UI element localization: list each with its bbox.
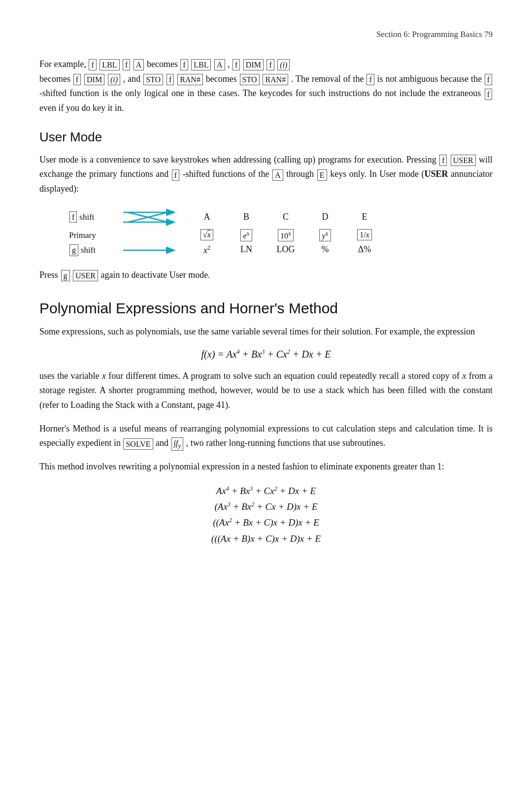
poly-para3c-text: , two rather long-running functions that… [186, 438, 385, 448]
key-f4: f [233, 59, 240, 70]
nested-math: Ax4 + Bx3 + Cx2 + Dx + E (Ax3 + Bx2 + Cx… [39, 483, 493, 547]
key-sqrt: √x [187, 229, 227, 242]
key-e1: E [317, 169, 327, 181]
g-ln: LN [227, 244, 266, 256]
key-f1: f [89, 59, 96, 70]
user-mode-para: User mode is a convenience to save keyst… [39, 153, 493, 197]
diagram-cols-f: A B C D E [187, 212, 384, 222]
becomes-1: becomes [147, 59, 180, 69]
um-text3: -shifted functions of the [183, 169, 269, 179]
key-a2: A [214, 59, 225, 70]
key-intfy: ∫fy [171, 437, 184, 451]
key-g-diag: g [69, 244, 78, 256]
key-f-shifted: f [172, 169, 179, 181]
g-dpct: Δ% [345, 244, 384, 256]
poly-formula-text: f(x) = Ax4 + Bx3 + Cx2 + Dx + E [201, 349, 331, 360]
poly-formula: f(x) = Ax4 + Bx3 + Cx2 + Dx + E [39, 348, 493, 360]
key-ran2: RAN# [263, 74, 288, 85]
press-text2b: again to deactivate User mode. [100, 270, 210, 280]
user-mode-diagram: f shift [69, 208, 493, 256]
g-x2: x2 [187, 244, 227, 256]
key-f9: f [485, 74, 492, 85]
page: Section 6: Programming Basics 79 For exa… [0, 0, 532, 798]
um-text5: keys only. In User mode ( [330, 169, 424, 179]
key-1x: 1/x [345, 229, 384, 242]
key-1x-box: 1/x [357, 229, 372, 240]
key-f6: f [73, 74, 81, 85]
removal-text: . The removal of the [291, 74, 366, 84]
nested-line-4: (((Ax + B)x + C)x + D)x + E [39, 531, 493, 547]
removal-text3: -shifted function is the only logical on… [39, 88, 484, 98]
diagram-cols-g: x2 LN LOG % Δ% [187, 244, 384, 256]
key-ex: ex [227, 229, 266, 242]
key-f5: f [266, 59, 274, 70]
shift-label-f: shift [79, 212, 94, 222]
diagram-label-g: g shift [69, 244, 123, 256]
page-header: Section 6: Programming Basics 79 [39, 30, 493, 39]
key-f-diag: f [69, 211, 77, 223]
g-log: LOG [266, 244, 305, 256]
primary-label: Primary [69, 231, 96, 240]
col-a-label: A [187, 212, 227, 222]
key-f10: f [485, 89, 492, 100]
key-yx-box: yx [319, 229, 331, 242]
becomes-3: becomes [206, 74, 239, 84]
key-lbl1: LBL [100, 59, 119, 70]
poly-para1: Some expressions, such as polynomials, u… [39, 325, 493, 339]
key-f7: f [166, 74, 174, 85]
removal-text2: is not ambiguous because the [377, 74, 484, 84]
key-i2: (i) [108, 74, 120, 85]
key-f-user: f [439, 155, 447, 166]
poly-para2: uses the variable x four different times… [39, 369, 493, 413]
key-10x: 10x [266, 229, 305, 242]
key-sto2: STO [240, 74, 260, 85]
key-user: USER [451, 155, 476, 166]
key-10x-box: 10x [278, 229, 294, 242]
nested-line-3: ((Ax2 + Bx + C)x + D)x + E [39, 515, 493, 531]
key-i1: (i) [277, 59, 290, 70]
col-c-label: C [266, 212, 305, 222]
key-f8: f [366, 74, 374, 85]
diagram-row-f: f shift [69, 208, 493, 226]
comma-1: , [228, 59, 232, 69]
col-e-label: E [345, 212, 384, 222]
poly-para2-text: uses the variable x four different times… [39, 371, 493, 410]
key-solve: SOLVE [123, 438, 153, 450]
intro-text: For example, [39, 59, 88, 69]
diagram-label-primary: Primary [69, 231, 123, 240]
key-f3: f [180, 59, 188, 70]
key-a1: A [133, 59, 144, 70]
key-a3: A [272, 169, 283, 181]
g-pct: % [305, 244, 345, 256]
user-annunciator: USER [424, 169, 448, 179]
arrow-straight [123, 245, 182, 255]
nested-line-2: (Ax3 + Bx2 + Cx + D)x + E [39, 499, 493, 515]
key-dim2: DIM [84, 74, 104, 85]
diagram-row-g: g shift x2 LN LOG % Δ% [69, 244, 493, 256]
key-f2: f [123, 59, 130, 70]
key-sqrt-box: √x [200, 229, 213, 240]
key-user2: USER [73, 270, 98, 281]
col-b-label: B [227, 212, 266, 222]
arrow-cross [123, 208, 182, 226]
key-ran1: RAN# [177, 74, 203, 85]
nested-line-1: Ax4 + Bx3 + Cx2 + Dx + E [39, 483, 493, 499]
key-dim1: DIM [243, 59, 264, 70]
poly-para3: Horner's Method is a useful means of rea… [39, 422, 493, 451]
key-lbl2: LBL [191, 59, 211, 70]
diagram-cols-primary: √x ex 10x yx 1/x [187, 229, 384, 242]
and-text: , and [123, 74, 143, 84]
poly-para4: This method involves rewriting a polynom… [39, 460, 493, 474]
press-para: Press g USER again to deactivate User mo… [39, 268, 493, 283]
key-ex-box: ex [240, 229, 252, 242]
diagram-label-f: f shift [69, 211, 123, 223]
um-text1: User mode is a convenience to save keyst… [39, 155, 436, 165]
poly-heading: Polynomial Expressions and Horner's Meth… [39, 300, 493, 317]
key-g-user: g [61, 270, 70, 281]
um-text4b: through [286, 169, 314, 179]
press-text1: Press [39, 270, 58, 280]
diagram-row-primary: Primary √x ex 10x yx 1/x [69, 229, 493, 242]
key-yx: yx [305, 229, 345, 242]
poly-and: and [156, 438, 168, 448]
becomes-2: becomes [39, 74, 73, 84]
